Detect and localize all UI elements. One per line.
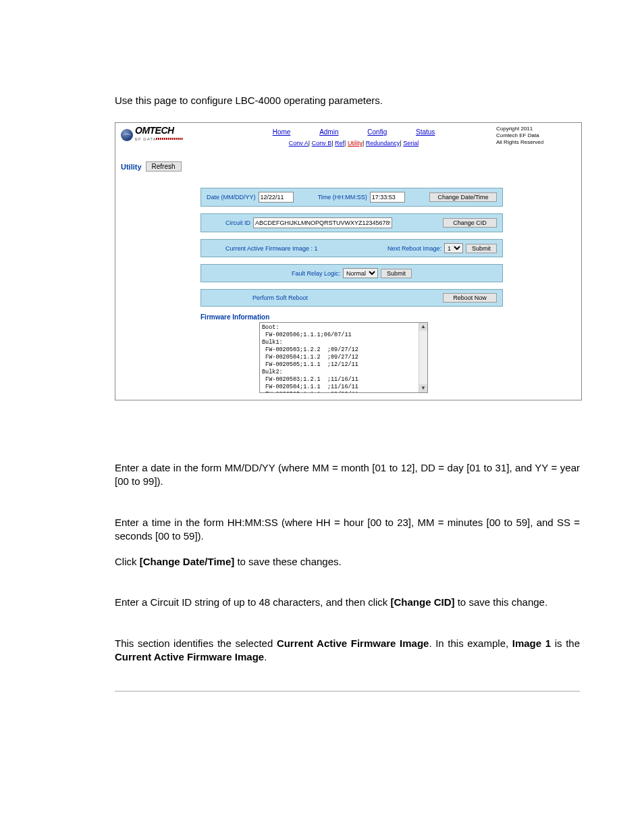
firmware-info-text[interactable]: Boot: FW-0020506;1.1.1;06/07/11 Bulk1: F… — [259, 322, 428, 393]
scrollbar[interactable]: ▲ ▼ — [419, 323, 427, 392]
reboot-now-button[interactable]: Reboot Now — [443, 293, 497, 303]
next-reboot-submit-button[interactable]: Submit — [466, 244, 497, 253]
subnav-serial[interactable]: Serial — [403, 140, 419, 147]
footer-rule — [115, 691, 580, 692]
refresh-button[interactable]: Refresh — [146, 161, 182, 172]
nav-config[interactable]: Config — [367, 128, 387, 136]
para-firmware: This section identifies the selected Cur… — [115, 637, 580, 664]
subnav-redundancy[interactable]: Redundancy — [366, 140, 400, 147]
panel-datetime: Date (MM/DD/YY) Time (HH:MM:SS) Change D… — [200, 188, 503, 207]
scroll-up-icon[interactable]: ▲ — [419, 323, 427, 331]
nav-home[interactable]: Home — [273, 128, 291, 136]
date-input[interactable] — [259, 192, 294, 203]
logo-brand: OMTECH — [135, 125, 174, 136]
nav-status[interactable]: Status — [416, 128, 435, 136]
change-datetime-button[interactable]: Change Date/Time — [429, 192, 497, 202]
fault-relay-submit-button[interactable]: Submit — [381, 269, 412, 278]
change-cid-button[interactable]: Change CID — [443, 218, 497, 228]
current-firmware-label: Current Active Firmware Image : 1 — [225, 245, 318, 252]
time-label: Time (HH:MM:SS) — [318, 194, 367, 201]
firmware-info-title: Firmware Information — [200, 313, 576, 321]
subnav-ref[interactable]: Ref — [335, 140, 344, 147]
logo-sub: EF DATA — [135, 137, 156, 141]
panel-cid: Circuit ID Change CID — [200, 213, 503, 232]
reboot-label: Perform Soft Reboot — [252, 294, 308, 301]
next-reboot-label: Next Reboot Image: — [387, 245, 441, 252]
intro-text: Use this page to configure LBC-4000 oper… — [115, 95, 580, 106]
para-cid: Enter a Circuit ID string of up to 48 ch… — [115, 596, 580, 609]
fault-relay-label: Fault Relay Logic: — [292, 270, 340, 277]
logo: OMTECH EF DATA — [115, 123, 211, 145]
panel-firmware-image: Current Active Firmware Image : 1 Next R… — [200, 239, 503, 257]
date-label: Date (MM/DD/YY) — [207, 194, 256, 201]
subnav-conv-a[interactable]: Conv A — [289, 140, 308, 147]
panel-reboot: Perform Soft Reboot Reboot Now — [200, 289, 503, 307]
time-input[interactable] — [370, 192, 405, 203]
sub-nav: Conv A| Conv B| Ref| Utility| Redundancy… — [211, 140, 496, 147]
para-date: Enter a date in the form MM/DD/YY (where… — [115, 461, 580, 489]
nav-admin[interactable]: Admin — [319, 128, 338, 136]
subnav-conv-b[interactable]: Conv B — [312, 140, 332, 147]
para-click-change: Click [Change Date/Time] to save these c… — [115, 555, 580, 569]
logo-stripes-icon — [156, 138, 183, 140]
para-time: Enter a time in the form HH:MM:SS (where… — [115, 516, 580, 544]
next-reboot-select[interactable]: 1 — [444, 243, 463, 253]
scroll-down-icon[interactable]: ▼ — [419, 384, 427, 392]
screenshot: OMTECH EF DATA Home Admin Config Status … — [115, 122, 582, 400]
panel-fault-relay: Fault Relay Logic: Normal Submit — [200, 264, 503, 282]
cid-input[interactable] — [253, 217, 392, 228]
firmware-info-box: Boot: FW-0020506;1.1.1;06/07/11 Bulk1: F… — [259, 322, 428, 393]
subnav-utility[interactable]: Utility — [348, 140, 363, 147]
copyright: Copyright 2011 Comtech EF Data All Right… — [496, 123, 581, 146]
fault-relay-select[interactable]: Normal — [343, 268, 378, 278]
main-nav: Home Admin Config Status — [211, 128, 496, 136]
utility-label: Utility — [121, 163, 142, 171]
globe-icon — [121, 129, 133, 141]
cid-label: Circuit ID — [225, 219, 250, 226]
